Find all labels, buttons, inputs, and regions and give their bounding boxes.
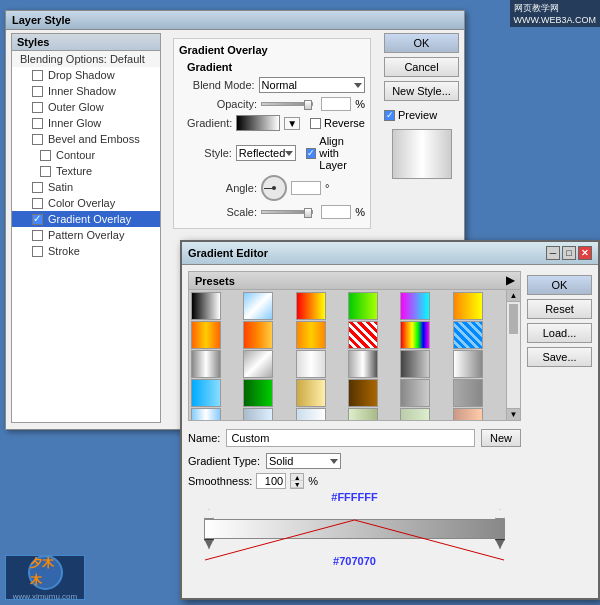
scale-row: Scale: 100 % <box>187 205 365 219</box>
gradient-bar[interactable] <box>204 519 505 539</box>
angle-widget[interactable] <box>261 175 287 201</box>
preset-27[interactable] <box>296 408 326 420</box>
scroll-down-btn[interactable]: ▼ <box>507 408 520 420</box>
preset-3[interactable] <box>296 292 326 320</box>
preset-11[interactable] <box>400 321 430 349</box>
smoothness-spinner[interactable]: ▲ ▼ <box>290 473 304 489</box>
preset-25[interactable] <box>191 408 221 420</box>
sidebar-item-color-overlay[interactable]: Color Overlay <box>12 195 160 211</box>
inner-shadow-checkbox[interactable] <box>32 86 43 97</box>
stop-top-right[interactable] <box>495 509 505 519</box>
preset-17[interactable] <box>400 350 430 378</box>
maximize-button[interactable]: □ <box>562 246 576 260</box>
preset-30[interactable] <box>453 408 483 420</box>
preset-5[interactable] <box>400 292 430 320</box>
preset-6[interactable] <box>453 292 483 320</box>
ok-button[interactable]: OK <box>384 33 459 53</box>
sidebar-item-bevel-emboss[interactable]: Bevel and Emboss <box>12 131 160 147</box>
preset-16[interactable] <box>348 350 378 378</box>
sidebar-item-satin[interactable]: Satin <box>12 179 160 195</box>
stop-top-left[interactable] <box>204 509 214 519</box>
gradient-overlay-title: Gradient Overlay <box>179 44 365 56</box>
preset-20[interactable] <box>243 379 273 407</box>
close-button[interactable]: ✕ <box>578 246 592 260</box>
texture-checkbox[interactable] <box>40 166 51 177</box>
scroll-up-btn[interactable]: ▲ <box>507 290 520 302</box>
new-style-button[interactable]: New Style... <box>384 81 459 101</box>
bevel-emboss-checkbox[interactable] <box>32 134 43 145</box>
preview-checkbox[interactable]: ✓ <box>384 110 395 121</box>
preset-13[interactable] <box>191 350 221 378</box>
gradient-reset-button[interactable]: Reset <box>527 299 592 319</box>
presets-expand-icon[interactable]: ▶ <box>506 274 514 287</box>
scale-thumb[interactable] <box>304 208 312 218</box>
spin-down-btn[interactable]: ▼ <box>291 481 303 488</box>
style-dropdown[interactable]: Reflected <box>236 145 296 161</box>
drop-shadow-checkbox[interactable] <box>32 70 43 81</box>
gradient-swatch-arrow[interactable]: ▼ <box>284 117 300 130</box>
opacity-input[interactable]: 100 <box>321 97 351 111</box>
scale-slider[interactable] <box>261 210 313 214</box>
opacity-thumb[interactable] <box>304 100 312 110</box>
scale-input[interactable]: 100 <box>321 205 351 219</box>
satin-checkbox[interactable] <box>32 182 43 193</box>
preset-15[interactable] <box>296 350 326 378</box>
sidebar-item-pattern-overlay[interactable]: Pattern Overlay <box>12 227 160 243</box>
preset-4[interactable] <box>348 292 378 320</box>
sidebar-item-inner-shadow[interactable]: Inner Shadow <box>12 83 160 99</box>
preset-7[interactable] <box>191 321 221 349</box>
opacity-slider[interactable] <box>261 102 313 106</box>
new-gradient-button[interactable]: New <box>481 429 521 447</box>
preset-24[interactable] <box>453 379 483 407</box>
gradient-swatch[interactable] <box>236 115 280 131</box>
gradient-overlay-checkbox[interactable] <box>32 214 43 225</box>
preset-22[interactable] <box>348 379 378 407</box>
preset-2[interactable] <box>243 292 273 320</box>
blend-mode-select[interactable]: Normal <box>259 77 365 93</box>
minimize-button[interactable]: ─ <box>546 246 560 260</box>
align-layer-checkbox[interactable]: ✓ <box>306 148 316 159</box>
preset-23[interactable] <box>400 379 430 407</box>
preset-18[interactable] <box>453 350 483 378</box>
outer-glow-checkbox[interactable] <box>32 102 43 113</box>
inner-glow-checkbox[interactable] <box>32 118 43 129</box>
stroke-checkbox[interactable] <box>32 246 43 257</box>
stop-bottom-right[interactable] <box>495 539 505 549</box>
preset-8[interactable] <box>243 321 273 349</box>
reverse-checkbox[interactable] <box>310 118 321 129</box>
stop-bottom-left[interactable] <box>204 539 214 549</box>
sidebar-item-gradient-overlay[interactable]: Gradient Overlay <box>12 211 160 227</box>
watermark: 网页教学网 WWW.WEB3A.COM <box>510 0 601 27</box>
gradient-load-button[interactable]: Load... <box>527 323 592 343</box>
gradient-ok-button[interactable]: OK <box>527 275 592 295</box>
preset-10[interactable] <box>348 321 378 349</box>
preset-1[interactable] <box>191 292 221 320</box>
preset-9[interactable] <box>296 321 326 349</box>
preset-26[interactable] <box>243 408 273 420</box>
preset-21[interactable] <box>296 379 326 407</box>
gradient-save-button[interactable]: Save... <box>527 347 592 367</box>
cancel-button[interactable]: Cancel <box>384 57 459 77</box>
preset-14[interactable] <box>243 350 273 378</box>
pattern-overlay-checkbox[interactable] <box>32 230 43 241</box>
presets-scrollbar[interactable]: ▲ ▼ <box>506 290 520 420</box>
gradient-type-dropdown[interactable]: Solid <box>266 453 341 469</box>
scroll-thumb[interactable] <box>509 304 518 334</box>
sidebar-item-contour[interactable]: Contour <box>12 147 160 163</box>
preset-12[interactable] <box>453 321 483 349</box>
sidebar-item-texture[interactable]: Texture <box>12 163 160 179</box>
sidebar-item-outer-glow[interactable]: Outer Glow <box>12 99 160 115</box>
name-input[interactable] <box>226 429 475 447</box>
blending-options-label: Blending Options: Default <box>20 53 145 65</box>
smoothness-input[interactable] <box>256 473 286 489</box>
angle-input[interactable]: 0 <box>291 181 321 195</box>
contour-checkbox[interactable] <box>40 150 51 161</box>
sidebar-item-blending-options[interactable]: Blending Options: Default <box>12 51 160 67</box>
sidebar-item-drop-shadow[interactable]: Drop Shadow <box>12 67 160 83</box>
sidebar-item-inner-glow[interactable]: Inner Glow <box>12 115 160 131</box>
sidebar-item-stroke[interactable]: Stroke <box>12 243 160 259</box>
preset-28[interactable] <box>348 408 378 420</box>
color-overlay-checkbox[interactable] <box>32 198 43 209</box>
preset-19[interactable] <box>191 379 221 407</box>
preset-29[interactable] <box>400 408 430 420</box>
